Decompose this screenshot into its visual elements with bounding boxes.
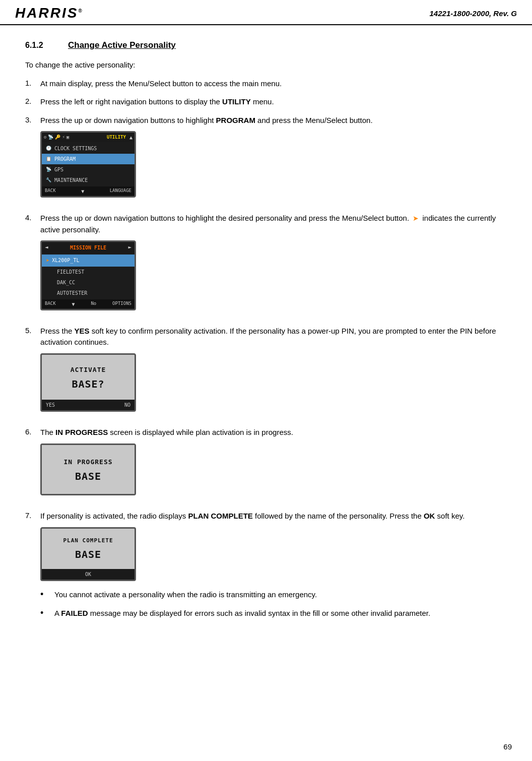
section-heading: 6.1.2 Change Active Personality — [25, 40, 507, 50]
section-number: 6.1.2 — [25, 41, 53, 50]
step-1-number: 1. — [25, 78, 40, 87]
screen2-item-dakcc: DAK_CC — [42, 277, 135, 288]
step-2-text-before: Press the left or right navigation butto… — [40, 97, 222, 106]
screen2-item-xl200p: ➤ XL200P_TL — [42, 255, 135, 267]
screen1-down-arrow: ▼ — [81, 187, 84, 195]
step-6: 6. The IN PROGRESS screen is displayed w… — [25, 427, 507, 503]
screen2-back-label: BACK — [45, 300, 56, 308]
screen3-bottombar: YES NO — [42, 400, 135, 410]
step-3: 3. Press the up or down navigation butto… — [25, 115, 507, 206]
step-6-text: The IN PROGRESS screen is displayed whil… — [40, 427, 507, 438]
step-5-text-mid: soft key to confirm personality activati… — [40, 327, 496, 347]
clock-icon: 🕐 — [46, 145, 52, 152]
radio-screen-1: ⚙ 📡 🔑 ⚡ ▣ UTILITY ▲ 🕐 CLOCK SETTINGS — [40, 131, 136, 198]
page-footer: 69 — [503, 742, 512, 751]
bullet-item-2: • A FAILED message may be displayed for … — [40, 608, 507, 619]
intro-text: To change the active personality: — [25, 59, 507, 71]
screen5-plancomplete-label: PLAN COMPLETE — [47, 537, 129, 545]
step-3-bold: PROGRAM — [216, 116, 255, 124]
bullet-dot-1: • — [40, 589, 54, 600]
step-2-bold: UTILITY — [222, 97, 251, 106]
screen2-personalities: ➤ XL200P_TL FIELDTEST DAK_CC — [42, 253, 135, 299]
step-1: 1. At main display, press the Menu/Selec… — [25, 78, 507, 90]
steps-list: 1. At main display, press the Menu/Selec… — [25, 78, 507, 626]
bullet-dot-2: • — [40, 608, 54, 619]
screen3-yes-label: YES — [46, 401, 55, 409]
screen2-item-dakcc-spacer — [46, 279, 54, 286]
maintenance-icon: 🔧 — [46, 177, 52, 184]
screen1-icon2: 📡 — [48, 134, 53, 141]
screen2-missionbar: ◄ MISSION FILE ► — [42, 242, 135, 253]
radio-screen-4: IN PROGRESS BASE — [40, 443, 136, 496]
step-4-text: Press the up or down navigation buttons … — [40, 213, 507, 235]
screen2-item-fieldtest: FIELDTEST — [42, 267, 135, 277]
screen1-item-maintenance-label: MAINTENANCE — [54, 176, 88, 184]
screen3-image: ACTIVATE BASE? YES NO — [40, 353, 507, 412]
company-logo: HARRIS® — [15, 5, 84, 21]
screen1-image: ⚙ 📡 🔑 ⚡ ▣ UTILITY ▲ 🕐 CLOCK SETTINGS — [40, 131, 507, 198]
screen5-ok-label: OK — [85, 570, 91, 578]
screen3-no-label: NO — [124, 401, 130, 409]
screen2-down-arrow-icon: ▼ — [72, 300, 75, 308]
step-7-bold2: OK — [424, 512, 435, 520]
bullet-2-bold: FAILED — [61, 609, 88, 617]
screen2-item-autotester-spacer — [46, 289, 54, 297]
screen1-menu: 🕐 CLOCK SETTINGS 📋 PROGRAM 📡 GPS — [42, 142, 135, 186]
screen1-item-gps: 📡 GPS — [42, 164, 135, 175]
main-content: 6.1.2 Change Active Personality To chang… — [0, 25, 532, 648]
screen2-item-autotester: AUTOTESTER — [42, 288, 135, 298]
screen4-content: IN PROGRESS BASE — [42, 445, 135, 494]
program-icon: 📋 — [46, 156, 52, 163]
step-1-text: At main display, press the Menu/Select b… — [40, 79, 282, 88]
step-5-text-before: Press the — [40, 327, 75, 335]
step-3-content: Press the up or down navigation buttons … — [40, 115, 507, 206]
active-indicator-icon: ➤ — [46, 256, 49, 265]
step-7-text-mid: followed by the name of the personality.… — [253, 512, 424, 520]
step-7-number: 7. — [25, 511, 40, 520]
screen1-item-program: 📋 PROGRAM — [42, 154, 135, 164]
screen2-no-label: No — [91, 300, 96, 308]
logo-area: HARRIS® — [15, 5, 84, 21]
step-2-number: 2. — [25, 96, 40, 105]
screen2-image: ◄ MISSION FILE ► ➤ XL200P_TL FIELDT — [40, 240, 507, 310]
screen1-item-gps-label: GPS — [54, 166, 63, 173]
bullet-2-text-before: A — [54, 609, 61, 617]
step-5: 5. Press the YES soft key to confirm per… — [25, 326, 507, 420]
step-6-content: The IN PROGRESS screen is displayed whil… — [40, 427, 507, 503]
step-2-text-after: menu. — [251, 97, 274, 106]
screen1-item-program-label: PROGRAM — [54, 155, 76, 163]
step-2-content: Press the left or right navigation butto… — [40, 96, 507, 108]
step-7-content: If personality is activated, the radio d… — [40, 511, 507, 626]
step-4-content: Press the up or down navigation buttons … — [40, 213, 507, 319]
gps-icon: 📡 — [46, 166, 52, 173]
step-2: 2. Press the left or right navigation bu… — [25, 96, 507, 108]
section-title: Change Active Personality — [68, 40, 176, 50]
screen1-up-arrow: ▲ — [129, 134, 132, 141]
step-3-text-after: and press the Menu/Select button. — [255, 116, 373, 124]
bullet-1-text: You cannot activate a personality when t… — [54, 589, 317, 601]
screen1-icon5: ▣ — [66, 134, 69, 141]
screen1-language-label: LANGUAGE — [110, 187, 131, 195]
step-6-text-before: The — [40, 428, 55, 436]
screen2-item-xl200p-label: XL200P_TL — [52, 257, 79, 264]
screen2-right-arrow-icon: ► — [128, 243, 131, 252]
screen5-base-label: BASE — [47, 547, 129, 562]
screen1-icon3: 🔑 — [55, 134, 60, 141]
screen4-image: IN PROGRESS BASE — [40, 443, 507, 496]
radio-screen-2: ◄ MISSION FILE ► ➤ XL200P_TL FIELDT — [40, 240, 136, 310]
radio-screen-5: PLAN COMPLETE BASE OK — [40, 527, 136, 582]
step-6-text-after: screen is displayed while plan activatio… — [108, 428, 293, 436]
step-7-text-after: soft key. — [435, 512, 464, 520]
bullet-2-text-after: message may be displayed for errors such… — [88, 609, 430, 617]
screen1-item-clock-label: CLOCK SETTINGS — [54, 145, 97, 152]
step-7-text-before: If personality is activated, the radio d… — [40, 512, 188, 520]
screen1-item-maintenance: 🔧 MAINTENANCE — [42, 175, 135, 185]
screen1-bottombar: BACK ▼ LANGUAGE — [42, 186, 135, 196]
screen2-options-label: OPTIONS — [112, 300, 131, 308]
step-5-number: 5. — [25, 326, 40, 335]
screen4-base-label: BASE — [47, 469, 129, 484]
screen2-bottombar: BACK ▼ No OPTIONS — [42, 299, 135, 309]
step-4-text-before: Press the up or down navigation buttons … — [40, 214, 411, 222]
screen1-back-label: BACK — [45, 187, 56, 195]
screen3-content: ACTIVATE BASE? — [42, 355, 135, 400]
